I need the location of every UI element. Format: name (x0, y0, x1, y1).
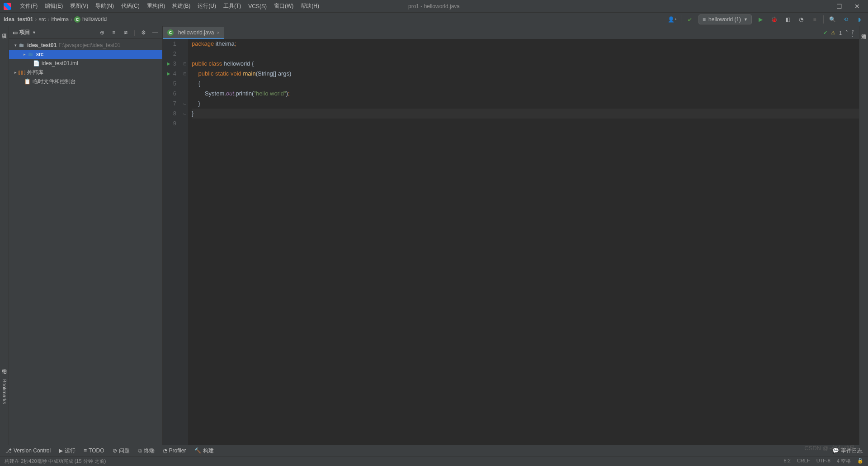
menu-navigate[interactable]: 导航(N) (92, 2, 118, 10)
chevron-right-icon[interactable]: ▸ (13, 70, 18, 75)
stop-button[interactable]: ■ (810, 14, 820, 24)
editor-tabs: C helloworld.java × ⋮ (163, 26, 859, 39)
right-tool-strip: 通知 (859, 26, 868, 445)
profiler-icon: ◔ (163, 447, 167, 454)
fold-end-icon[interactable]: ⌙ (182, 109, 188, 119)
tree-iml[interactable]: 📄 idea_test01.iml (9, 59, 162, 68)
title-bar: 文件(F) 编辑(E) 视图(V) 导航(N) 代码(C) 重构(R) 构建(B… (0, 0, 868, 13)
hide-icon[interactable]: — (151, 29, 159, 36)
menu-run[interactable]: 运行(U) (194, 2, 220, 10)
close-button[interactable]: ✕ (854, 3, 861, 10)
ide-updates-icon[interactable]: ◗ (854, 14, 864, 24)
maximize-button[interactable]: ☐ (835, 3, 843, 10)
fold-icon[interactable]: ⊟ (182, 59, 188, 69)
menu-code[interactable]: 代码(C) (118, 2, 143, 10)
project-tree[interactable]: ▾ 🖿 idea_test01 F:\javaproject\idea_test… (9, 39, 162, 88)
scratch-icon: 📋 (24, 78, 31, 85)
todo-icon: ≡ (84, 447, 87, 454)
tree-scratches[interactable]: 📋 临时文件和控制台 (9, 77, 162, 86)
branch-icon: ⎇ (5, 447, 12, 454)
code-editor[interactable]: 1 2 ▶3 ▶4 5 6 7 8 9 ⊟ ⊟ ⌙ ⌙ package ithe… (163, 39, 859, 445)
collapse-all-icon[interactable]: ≢ (122, 29, 129, 36)
menu-vcs[interactable]: VCS(S) (245, 3, 270, 10)
event-log-button[interactable]: 💬事件日志 (832, 447, 863, 455)
menu-refactor[interactable]: 重构(R) (143, 2, 169, 10)
run-config-selector[interactable]: ≡ helloworld (1) ▼ (698, 14, 752, 24)
chevron-down-icon[interactable]: ▾ (13, 43, 18, 48)
chevron-right-icon[interactable]: ▸ (22, 52, 27, 57)
vcs-tool-button[interactable]: ⎇Version Control (5, 447, 51, 454)
menu-build[interactable]: 构建(B) (169, 2, 194, 10)
folder-icon: 🖿 (18, 42, 25, 48)
terminal-tool-button[interactable]: ⧉终端 (138, 447, 155, 455)
warning-icon: ⊘ (113, 447, 117, 454)
todo-tool-button[interactable]: ≡TODO (84, 447, 104, 454)
main-area: 项目 结构 Bookmarks ▭ 项目 ▼ ⊕ ≡ ≢ | ⚙ — ▾ 🖿 (0, 26, 868, 445)
add-user-icon[interactable]: 👤+ (667, 14, 677, 24)
chevron-down-icon[interactable]: ˅ (852, 30, 854, 36)
settings-icon[interactable]: ⚙ (140, 29, 147, 36)
panel-title[interactable]: ▭ 项目 ▼ (13, 29, 36, 36)
log-icon: 💬 (832, 447, 839, 454)
file-encoding[interactable]: UTF-8 (816, 458, 830, 465)
profile-button[interactable]: ◔ (796, 14, 806, 24)
breadcrumb-package[interactable]: itheima (51, 16, 69, 23)
build-status: 构建在 2秒420毫秒 中成功完成 (15 分钟 之前) (5, 458, 106, 465)
profiler-tool-button[interactable]: ◔Profiler (163, 447, 186, 454)
bottom-tool-bar: ⎇Version Control ▶运行 ≡TODO ⊘问题 ⧉终端 ◔Prof… (0, 445, 868, 456)
run-line-icon[interactable]: ▶ (167, 59, 170, 69)
build-tool-button[interactable]: 🔨构建 (194, 447, 214, 455)
editor-area: C helloworld.java × ⋮ 1 2 ▶3 ▶4 5 6 7 8 … (163, 26, 859, 445)
toolbar: idea_test01 › src › itheima › Chelloworl… (0, 13, 868, 26)
menu-help[interactable]: 帮助(H) (297, 2, 323, 10)
breadcrumb-class[interactable]: Chelloworld (74, 16, 107, 23)
line-separator[interactable]: CRLF (797, 458, 810, 465)
folder-icon: ▭ (13, 29, 18, 36)
tab-helloworld[interactable]: C helloworld.java × (163, 27, 224, 39)
caret-position[interactable]: 8:2 (784, 458, 791, 465)
problems-tool-button[interactable]: ⊘问题 (113, 447, 130, 455)
close-tab-icon[interactable]: × (217, 30, 219, 35)
locate-icon[interactable]: ⊕ (99, 29, 106, 36)
menu-tools[interactable]: 工具(T) (220, 2, 245, 10)
tree-external-libs[interactable]: ▸ ⫿⫿⫿ 外部库 (9, 68, 162, 77)
breadcrumb-project[interactable]: idea_test01 (4, 16, 33, 23)
fold-icon[interactable]: ⊟ (182, 69, 188, 79)
window-title: pro1 - helloworld.java (408, 3, 460, 10)
debug-button[interactable]: 🐞 (769, 14, 779, 24)
run-button[interactable]: ▶ (755, 14, 765, 24)
expand-all-icon[interactable]: ≡ (110, 29, 118, 36)
minimize-button[interactable]: — (817, 3, 825, 10)
menu-file[interactable]: 文件(F) (16, 2, 41, 10)
readonly-lock-icon[interactable]: 🔓 (857, 458, 863, 465)
library-icon: ⫿⫿⫿ (18, 69, 25, 76)
tree-src[interactable]: ▸ 🖿 src (9, 50, 162, 59)
fold-end-icon[interactable]: ⌙ (182, 99, 188, 109)
sync-icon[interactable]: ⟲ (841, 14, 851, 24)
hammer-icon: 🔨 (194, 447, 201, 454)
chevron-up-icon[interactable]: ˄ (845, 30, 848, 36)
code-content[interactable]: package itheima; public class helloworld… (188, 39, 859, 445)
app-icon (4, 3, 11, 10)
play-icon: ▶ (59, 447, 63, 454)
chevron-down-icon: ▼ (744, 17, 748, 22)
list-icon: ≡ (703, 16, 706, 23)
panel-header: ▭ 项目 ▼ ⊕ ≡ ≢ | ⚙ — (9, 26, 162, 39)
breadcrumb-src[interactable]: src (38, 16, 46, 23)
project-panel: ▭ 项目 ▼ ⊕ ≡ ≢ | ⚙ — ▾ 🖿 idea_test01 F:\ja… (9, 26, 163, 445)
menu-edit[interactable]: 编辑(E) (41, 2, 66, 10)
editor-inspection-status[interactable]: ✔ ⚠1 ˄ ˅ (823, 30, 854, 36)
breadcrumb: idea_test01 › src › itheima › Chelloworl… (4, 16, 107, 23)
bookmarks-tool-button[interactable]: Bookmarks (2, 379, 7, 404)
fold-gutter: ⊟ ⊟ ⌙ ⌙ (182, 39, 188, 445)
indent-setting[interactable]: 4 空格 (837, 458, 851, 465)
menu-view[interactable]: 视图(V) (66, 2, 92, 10)
run-line-icon[interactable]: ▶ (167, 69, 170, 79)
refresh-icon[interactable]: ↙ (685, 14, 695, 24)
line-number-gutter: 1 2 ▶3 ▶4 5 6 7 8 9 (163, 39, 182, 445)
run-tool-button[interactable]: ▶运行 (59, 447, 75, 455)
tree-root[interactable]: ▾ 🖿 idea_test01 F:\javaproject\idea_test… (9, 41, 162, 50)
search-icon[interactable]: 🔍 (827, 14, 837, 24)
menu-window[interactable]: 窗口(W) (270, 2, 297, 10)
coverage-button[interactable]: ◧ (783, 14, 793, 24)
